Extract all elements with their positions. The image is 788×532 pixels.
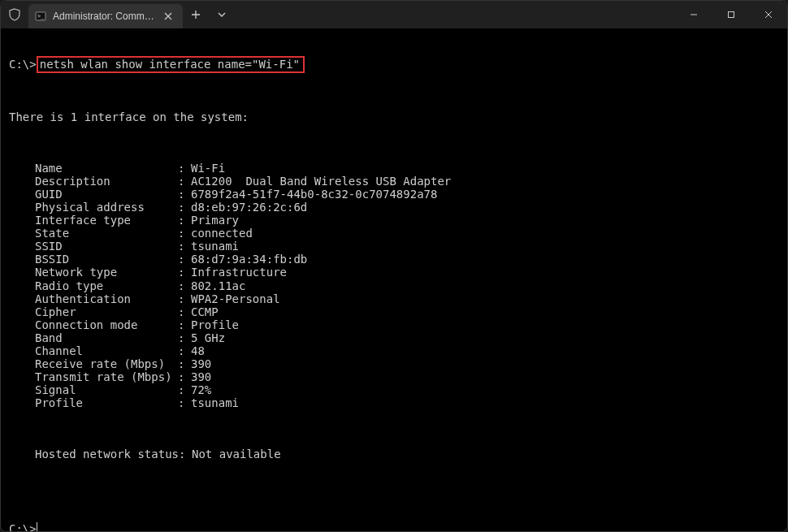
field-line: Profile: tsunami [9,396,779,409]
tab-title: Administrator: Command Pro [53,11,155,22]
app-shield-icon [1,1,28,28]
terminal-window: >_ Administrator: Command Pro C:\> [0,0,788,532]
new-tab-button[interactable] [183,1,209,28]
field-line: SSID: tsunami [9,240,779,253]
field-line: BSSID: 68:d7:9a:34:fb:db [9,253,779,266]
field-line: Channel: 48 [9,344,779,357]
field-line: Connection mode: Profile [9,318,779,331]
field-line: Description: AC1200 Dual Band Wireless U… [9,175,779,188]
window-controls [675,1,787,28]
maximize-button[interactable] [712,1,750,28]
field-line: Authentication: WPA2-Personal [9,292,779,305]
interface-fields: Name: Wi-FiDescription: AC1200 Dual Band… [9,162,779,410]
cmd-icon: >_ [35,11,46,22]
field-line: Band: 5 GHz [9,331,779,344]
close-window-button[interactable] [750,1,787,28]
field-line: Name: Wi-Fi [9,162,779,175]
field-line: Network type: Infrastructure [9,266,779,279]
prompt-idle: C:\> [9,522,37,531]
titlebar[interactable]: >_ Administrator: Command Pro [1,1,787,28]
field-line: Transmit rate (Mbps): 390 [9,370,779,383]
summary-line: There is 1 interface on the system: [9,110,779,123]
svg-rect-2 [729,12,734,18]
field-line: GUID: 6789f2a4-51f7-44b0-8c32-0c7074892a… [9,188,779,201]
minimize-button[interactable] [675,1,712,28]
field-line: Physical address: d8:eb:97:26:2c:6d [9,201,779,214]
field-line: State: connected [9,227,779,240]
terminal-output[interactable]: C:\>netsh wlan show interface name="Wi-F… [1,28,787,531]
command-highlight: netsh wlan show interface name="Wi-Fi" [37,56,305,73]
field-line: Signal: 72% [9,383,779,396]
cursor [37,522,37,531]
field-line: Cipher: CCMP [9,305,779,318]
svg-text:>_: >_ [37,13,45,19]
tab-dropdown-button[interactable] [209,1,235,28]
tab-active[interactable]: >_ Administrator: Command Pro [28,4,183,28]
titlebar-drag-region[interactable] [235,1,675,28]
field-line: Interface type: Primary [9,214,779,227]
field-line: Receive rate (Mbps): 390 [9,357,779,370]
prompt: C:\> [9,58,37,71]
field-line: Radio type: 802.11ac [9,279,779,292]
hosted-network-line: Hosted network status: Not available [9,448,779,461]
close-tab-button[interactable] [162,10,175,23]
